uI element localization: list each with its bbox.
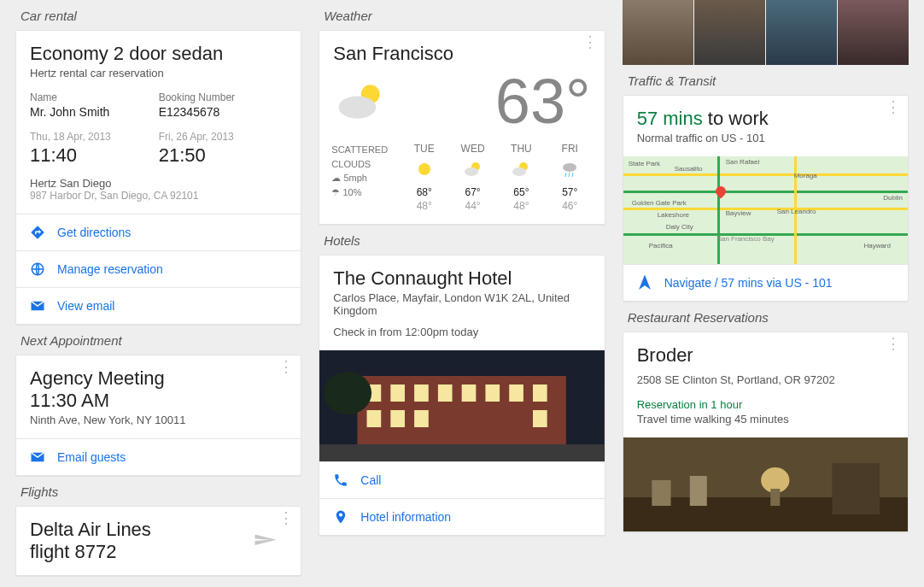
name-value: Mr. John Smith [30, 105, 159, 119]
weather-city: San Francisco [333, 43, 590, 65]
call-label: Call [360, 473, 381, 487]
restaurant-name: Broder [637, 344, 894, 367]
forecast-hi: 57° [546, 186, 594, 198]
traffic-map[interactable]: State Park Sausalito San Rafael Moraga G… [623, 156, 908, 264]
map-label: Bayview [726, 209, 751, 217]
card-car-rental: Economy 2 door sedan Hertz rental car re… [15, 30, 301, 325]
forecast-day-label: WED [448, 143, 497, 155]
restaurant-menu-icon[interactable]: ⋮ [886, 341, 901, 346]
phone-icon [333, 473, 348, 488]
map-label: Hayward [863, 242, 891, 249]
restaurant-address: 2508 SE Clinton St, Portland, OR 97202 [637, 373, 894, 386]
card-appointment: ⋮ Agency Meeting 11:30 AM Ninth Ave, New… [15, 355, 301, 476]
svg-rect-18 [462, 384, 477, 402]
booking-value: E12345678 [159, 105, 288, 119]
svg-rect-16 [414, 384, 429, 402]
traffic-to-work: to work [703, 108, 769, 129]
forecast-lo: 46° [546, 200, 594, 212]
return-date: Fri, 26 Apr, 2013 [159, 131, 288, 143]
svg-point-3 [418, 163, 430, 175]
plane-icon [244, 528, 287, 554]
hotel-info-button[interactable]: Hotel information [319, 499, 604, 535]
weather-details: SCATTERED CLOUDS ☁ 5mph ☂ 10% [331, 143, 400, 212]
svg-point-5 [465, 167, 478, 176]
return-time: 21:50 [159, 144, 288, 167]
map-label: Moraga [794, 172, 817, 179]
navigate-button[interactable]: Navigate / 57 mins via US - 101 [623, 265, 908, 301]
map-label: Golden Gate Park [632, 199, 687, 207]
call-button[interactable]: Call [319, 462, 604, 498]
svg-rect-17 [438, 384, 453, 402]
svg-point-27 [325, 372, 372, 414]
hotel-name: The Connaught Hotel [333, 267, 590, 290]
flight-menu-icon[interactable]: ⋮ [278, 515, 294, 520]
appt-time: 11:30 AM [30, 390, 287, 412]
partly-cloudy-icon [512, 160, 530, 179]
svg-rect-31 [689, 476, 706, 506]
section-car-rental: Car rental [20, 9, 301, 23]
traffic-minutes: 57 mins [637, 108, 703, 129]
person-photo-4[interactable] [838, 0, 909, 65]
rain-icon [560, 160, 579, 179]
map-label: Dublin [883, 194, 903, 202]
weather-wind: 5mph [343, 173, 367, 183]
svg-rect-34 [832, 463, 880, 514]
svg-rect-23 [391, 410, 406, 427]
car-subtitle: Hertz rental car reservation [30, 67, 287, 79]
hotel-image [319, 350, 604, 461]
email-guests-button[interactable]: Email guests [16, 439, 301, 475]
manage-reservation-button[interactable]: Manage reservation [16, 251, 301, 287]
get-directions-button[interactable]: Get directions [16, 214, 301, 250]
svg-line-10 [569, 173, 570, 177]
map-label: State Park [629, 160, 660, 167]
map-label: San Rafael [726, 158, 760, 166]
manage-reservation-label: Manage reservation [57, 262, 163, 276]
people-strip [623, 0, 909, 65]
view-email-label: View email [57, 299, 114, 313]
appt-title: Agency Meeting [30, 367, 287, 390]
email-icon [30, 298, 45, 314]
get-directions-label: Get directions [57, 226, 131, 239]
forecast-day-label: FRI [546, 143, 594, 155]
flight-airline: Delta Air Lines [30, 519, 151, 541]
name-label: Name [30, 91, 159, 103]
appointment-menu-icon[interactable]: ⋮ [278, 364, 294, 369]
forecast-lo: 48° [497, 200, 546, 212]
section-weather: Weather [324, 9, 605, 23]
travel-time: Travel time walking 45 minutes [637, 413, 894, 426]
forecast-day-1: WED 67° 44° [448, 143, 497, 212]
forecast-day-label: THU [497, 143, 546, 155]
forecast-day-3: FRI 57° 46° [546, 143, 594, 212]
restaurant-image [623, 437, 908, 531]
map-label: San Francisco Bay [717, 235, 775, 243]
navigate-label: Navigate / 57 mins via US - 101 [664, 276, 833, 290]
location-addr: 987 Harbor Dr, San Diego, CA 92101 [30, 190, 287, 202]
forecast-lo: 44° [448, 200, 497, 212]
car-title: Economy 2 door sedan [30, 43, 287, 65]
svg-rect-22 [367, 410, 382, 427]
section-restaurant: Restaurant Reservations [628, 310, 909, 325]
section-flights: Flights [20, 484, 301, 499]
person-photo-2[interactable] [694, 0, 765, 65]
pickup-time: 11:40 [30, 144, 159, 167]
email-icon [30, 449, 45, 465]
person-photo-1[interactable] [623, 0, 693, 65]
forecast-day-2: THU 65° 48° [497, 143, 546, 212]
forecast-hi: 68° [400, 186, 448, 198]
view-email-button[interactable]: View email [16, 288, 301, 324]
forecast-hi: 67° [448, 186, 497, 198]
weather-menu-icon[interactable]: ⋮ [582, 39, 598, 44]
booking-label: Booking Number [159, 91, 288, 103]
pickup-date: Thu, 18 Apr, 2013 [30, 131, 159, 143]
sun-icon [415, 160, 434, 179]
weather-condition: SCATTERED CLOUDS [331, 143, 400, 171]
traffic-subtitle: Normal traffic on US - 101 [637, 132, 894, 144]
partly-cloudy-icon [333, 76, 393, 127]
traffic-menu-icon[interactable]: ⋮ [886, 104, 901, 109]
hotel-address: Carlos Place, Mayfair, London W1K 2AL, U… [333, 291, 590, 317]
section-traffic: Traffic & Transit [628, 73, 909, 88]
svg-point-8 [563, 163, 576, 172]
person-photo-3[interactable] [766, 0, 837, 65]
pin-icon [333, 509, 348, 525]
card-restaurant: ⋮ Broder 2508 SE Clinton St, Portland, O… [623, 332, 909, 532]
